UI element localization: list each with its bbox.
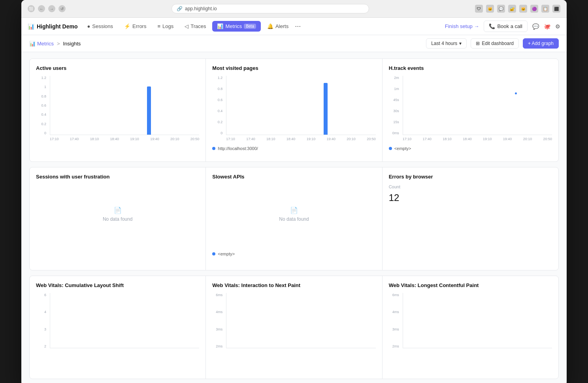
most-visited-x-labels: 17:10 17:40 18:10 18:40 19:10 19:40 20:1… xyxy=(226,135,375,143)
chevron-down-icon: ▾ xyxy=(459,41,462,46)
errors-browser-title: Errors by browser xyxy=(389,174,552,180)
lcp-chart: 6ms 4ms 3ms 2ms xyxy=(389,293,552,356)
frustration-no-data: 📄 No data found xyxy=(36,184,199,244)
active-users-chart: 1.2 1 0.8 0.6 0.4 0.2 0 xyxy=(36,76,199,143)
brand-label: Highlight Demo xyxy=(37,23,77,30)
nav-item-alerts[interactable]: 🔔 Alerts xyxy=(262,21,293,32)
browser-controls: ⬜ ← → ↺ xyxy=(28,5,66,12)
htrack-x-labels: 17:10 17:40 18:10 18:40 19:10 19:40 20:1… xyxy=(403,135,552,143)
logs-label: Logs xyxy=(162,23,173,29)
breadcrumb: 📊 Metrics > Insights xyxy=(29,41,81,47)
nav-right: Finish setup → 📞 Book a call 💬 🐙 ⚙ xyxy=(445,21,560,32)
chart-row-3: Web Vitals: Cumulative Layout Shift 6 4 … xyxy=(29,276,559,379)
chart-most-visited: Most visited pages 1.2 0.8 0.6 0.4 0.2 0 xyxy=(206,59,382,161)
cls-chart: 6 4 3 2 xyxy=(36,293,199,356)
slowest-apis-legend: <empty> xyxy=(212,252,375,256)
most-visited-chart: 1.2 0.8 0.6 0.4 0.2 0 17:10 17:40 xyxy=(212,76,375,143)
nav-item-errors[interactable]: ⚡ Errors xyxy=(119,21,151,32)
ext-6: 🟣 xyxy=(530,5,538,13)
ext-3: 💬 xyxy=(497,5,505,13)
brand-icon: 📊 xyxy=(28,23,34,30)
ext-2: 🐱 xyxy=(486,5,494,13)
discord-icon[interactable]: 💬 xyxy=(532,23,539,30)
nav-bar: 📊 Highlight Demo ● Sessions ⚡ Errors ≡ L… xyxy=(21,18,567,35)
ext-5: 🐱 xyxy=(519,5,527,13)
refresh-btn[interactable]: ↺ xyxy=(58,5,66,12)
nav-item-logs[interactable]: ≡ Logs xyxy=(153,21,178,32)
main-content: 📊 Metrics > Insights Last 4 hours ▾ ⊞ Ed… xyxy=(21,35,567,383)
lcp-inner xyxy=(403,293,552,348)
legend-label: http://localhost:3000/ xyxy=(218,146,258,151)
ext-7: 📋 xyxy=(541,5,549,13)
most-visited-legend: http://localhost:3000/ xyxy=(212,146,375,151)
alerts-label: Alerts xyxy=(275,23,288,29)
frustration-title: Sessions with user frustration xyxy=(36,174,199,180)
no-data-label-2: No data found xyxy=(279,216,309,222)
most-visited-title: Most visited pages xyxy=(212,65,375,71)
htrack-legend-label: <empty> xyxy=(394,146,411,151)
inp-title: Web Vitals: Interaction to Next Paint xyxy=(212,282,375,288)
most-visited-inner xyxy=(226,76,375,135)
active-users-bar xyxy=(147,86,151,135)
breadcrumb-current: Insights xyxy=(63,41,81,47)
time-range-btn[interactable]: Last 4 hours ▾ xyxy=(426,38,467,49)
toolbar-right: Last 4 hours ▾ ⊞ Edit dashboard + Add gr… xyxy=(426,38,559,49)
active-users-title: Active users xyxy=(36,65,199,71)
active-users-inner xyxy=(50,76,199,135)
chart-cls: Web Vitals: Cumulative Layout Shift 6 4 … xyxy=(30,276,205,379)
no-data-label-1: No data found xyxy=(103,216,132,222)
new-tab-btn[interactable]: ⬜ xyxy=(28,5,35,12)
back-btn[interactable]: ← xyxy=(38,5,45,12)
nav-item-traces[interactable]: ◁ Traces xyxy=(180,21,211,32)
sessions-label: Sessions xyxy=(92,23,113,29)
chart-errors-browser: Errors by browser Count 12 xyxy=(383,167,558,270)
chart-row-1: Active users 1.2 1 0.8 0.6 0.4 0.2 0 xyxy=(29,58,559,162)
active-users-y-axis: 1.2 1 0.8 0.6 0.4 0.2 0 xyxy=(36,76,48,135)
breadcrumb-metrics-link[interactable]: 📊 Metrics xyxy=(29,41,54,47)
htrack-chart: 2m 1m 45s 30s 15s 0ms 17:10 17:40 xyxy=(389,76,552,143)
browser-chrome: ⬜ ← → ↺ 🔗 app.highlight.io 🛡 🐱 💬 🔐 🐱 🟣 📋… xyxy=(21,0,567,18)
address-bar[interactable]: 🔗 app.highlight.io xyxy=(172,4,369,13)
add-graph-btn[interactable]: + Add graph xyxy=(523,38,559,49)
most-visited-bar xyxy=(324,83,328,135)
edit-label: Edit dashboard xyxy=(482,41,514,46)
inp-inner xyxy=(226,293,375,348)
add-graph-label: + Add graph xyxy=(528,41,554,46)
dashboard: Active users 1.2 1 0.8 0.6 0.4 0.2 0 xyxy=(21,52,567,383)
github-icon[interactable]: 🐙 xyxy=(544,23,550,30)
htrack-title: H.track events xyxy=(389,65,552,71)
active-users-x-labels: 17:10 17:40 18:10 18:40 19:10 19:40 20:1… xyxy=(50,135,199,143)
nav-item-metrics[interactable]: 📊 Metrics Beta xyxy=(212,21,260,32)
metrics-bc-icon: 📊 xyxy=(29,41,36,47)
chart-row-2: Sessions with user frustration 📄 No data… xyxy=(29,167,559,270)
sessions-icon: ● xyxy=(87,23,90,29)
browser-window: ⬜ ← → ↺ 🔗 app.highlight.io 🛡 🐱 💬 🔐 🐱 🟣 📋… xyxy=(21,0,567,383)
slowest-apis-dot xyxy=(212,252,215,255)
finish-setup-link[interactable]: Finish setup → xyxy=(445,23,479,29)
book-call-btn[interactable]: 📞 Book a call xyxy=(484,21,528,32)
nav-brand[interactable]: 📊 Highlight Demo xyxy=(28,23,77,30)
edit-dashboard-btn[interactable]: ⊞ Edit dashboard xyxy=(471,38,519,49)
errors-icon: ⚡ xyxy=(124,23,130,29)
slowest-apis-label: <empty> xyxy=(218,252,235,256)
no-data-icon-1: 📄 xyxy=(114,207,122,214)
most-visited-y-axis: 1.2 0.8 0.6 0.4 0.2 0 xyxy=(212,76,224,135)
chart-htrack: H.track events 2m 1m 45s 30s 15s 0ms xyxy=(383,59,558,161)
count-value: 12 xyxy=(389,192,552,203)
cls-inner xyxy=(50,293,199,348)
time-range-label: Last 4 hours xyxy=(431,41,457,46)
inp-y-axis: 6ms 4ms 3ms 2ms xyxy=(212,293,224,348)
traces-icon: ◁ xyxy=(185,23,188,29)
book-icon: 📞 xyxy=(489,23,495,29)
nav-item-sessions[interactable]: ● Sessions xyxy=(82,21,118,32)
edit-icon: ⊞ xyxy=(476,41,480,46)
errors-label: Errors xyxy=(132,23,146,29)
settings-icon[interactable]: ⚙ xyxy=(555,23,560,30)
legend-dot xyxy=(212,147,215,150)
url-text: app.highlight.io xyxy=(185,6,217,11)
cls-title: Web Vitals: Cumulative Layout Shift xyxy=(36,282,199,288)
htrack-y-axis: 2m 1m 45s 30s 15s 0ms xyxy=(389,76,401,135)
chart-active-users: Active users 1.2 1 0.8 0.6 0.4 0.2 0 xyxy=(30,59,205,161)
nav-more-btn[interactable]: ··· xyxy=(295,22,301,30)
forward-btn[interactable]: → xyxy=(48,5,55,12)
